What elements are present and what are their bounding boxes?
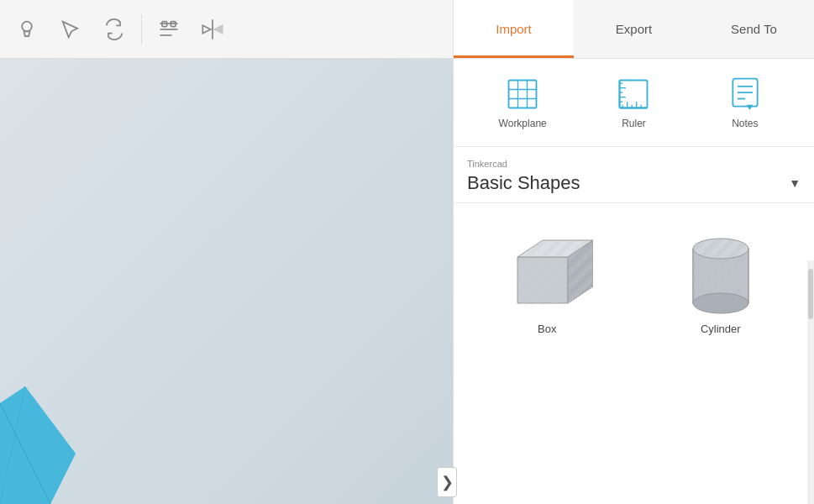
mirror-button[interactable]	[194, 11, 231, 48]
bulb-button[interactable]	[8, 11, 45, 48]
toolbar-divider-1	[141, 14, 142, 45]
notes-icon	[727, 76, 764, 113]
panel-scrollbar[interactable]	[807, 260, 814, 504]
dropdown-arrow-icon: ▼	[789, 176, 801, 190]
ruler-icon	[615, 76, 652, 113]
workplane-label: Workplane	[499, 118, 547, 129]
svg-marker-11	[202, 25, 210, 33]
panel-icons-bar: Workplane Ruler	[454, 59, 814, 147]
shapes-title: Basic Shapes	[467, 172, 580, 194]
shapes-grid: Box Cylinder	[454, 203, 814, 504]
svg-rect-13	[509, 81, 537, 108]
right-panel: Import Export Send To Workplane	[453, 0, 814, 504]
workplane-icon	[504, 76, 541, 113]
shape-box[interactable]: Box	[467, 217, 628, 342]
svg-marker-12	[214, 25, 222, 33]
shape-cylinder[interactable]: Cylinder	[641, 217, 801, 342]
scrollbar-thumb[interactable]	[808, 269, 813, 319]
ruler-button[interactable]: Ruler	[578, 69, 689, 136]
align-button[interactable]	[150, 11, 187, 48]
tab-export[interactable]: Export	[574, 0, 694, 58]
svg-marker-1	[0, 386, 76, 504]
toolbar	[0, 0, 454, 59]
rotate-button[interactable]	[96, 11, 133, 48]
svg-point-46	[693, 239, 748, 259]
notes-label: Notes	[732, 118, 758, 129]
workplane-button[interactable]: Workplane	[467, 69, 578, 136]
svg-point-47	[693, 293, 748, 313]
canvas-area	[0, 0, 454, 504]
tab-bar: Import Export Send To	[454, 0, 814, 59]
svg-point-4	[22, 21, 32, 31]
tab-sendto[interactable]: Send To	[694, 0, 814, 58]
shapes-dropdown[interactable]: Basic Shapes ▼	[467, 172, 801, 194]
svg-rect-18	[620, 81, 648, 108]
canvas-shape	[0, 386, 76, 504]
collapse-panel-button[interactable]: ❯	[437, 467, 457, 497]
box-label: Box	[538, 323, 556, 335]
ruler-label: Ruler	[622, 118, 646, 129]
shapes-selector: Tinkercad Basic Shapes ▼	[454, 147, 814, 203]
box-shape-image	[501, 223, 593, 316]
svg-marker-37	[517, 257, 568, 303]
cylinder-shape-image	[675, 223, 767, 316]
cylinder-label: Cylinder	[701, 323, 741, 335]
cursor-button[interactable]	[52, 11, 89, 48]
shapes-category: Tinkercad	[467, 159, 801, 169]
tab-import[interactable]: Import	[454, 0, 574, 58]
notes-button[interactable]: Notes	[690, 69, 801, 136]
